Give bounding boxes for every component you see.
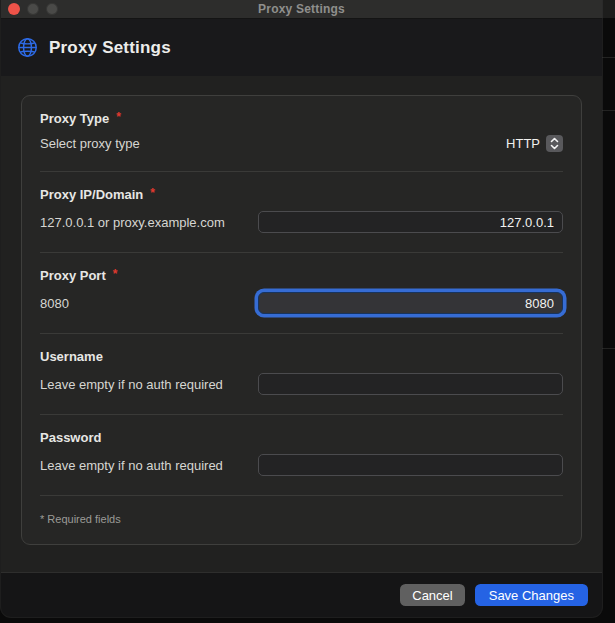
required-note-row: * Required fields [40, 496, 563, 544]
background-line [602, 110, 615, 111]
cancel-button[interactable]: Cancel [400, 584, 464, 606]
proxy-type-select[interactable]: HTTP [506, 135, 563, 152]
background-strip [602, 0, 615, 18]
proxy-settings-window: Proxy Settings Proxy Settings Proxy Type… [1, 0, 602, 617]
dialog-footer: Cancel Save Changes [1, 572, 602, 617]
background-line [602, 57, 615, 58]
dialog-content: Proxy Type * Select proxy type HTTP [1, 76, 602, 572]
field-hint: Leave empty if no auth required [40, 458, 223, 473]
field-proxy-type: Proxy Type * Select proxy type HTTP [40, 96, 563, 171]
field-proxy-ip: Proxy IP/Domain * 127.0.0.1 or proxy.exa… [40, 172, 563, 252]
required-note: * Required fields [40, 513, 121, 525]
close-window-button[interactable] [8, 3, 20, 15]
field-hint: Select proxy type [40, 136, 140, 151]
form-card: Proxy Type * Select proxy type HTTP [21, 95, 582, 545]
background-line [602, 348, 615, 349]
field-username: Username Leave empty if no auth required [40, 334, 563, 414]
field-label: Proxy IP/Domain [40, 187, 143, 202]
proxy-ip-input[interactable] [258, 211, 563, 233]
field-hint: 8080 [40, 296, 69, 311]
zoom-window-button[interactable] [46, 3, 58, 15]
titlebar-title: Proxy Settings [258, 2, 345, 16]
field-label: Proxy Type [40, 111, 109, 126]
field-label: Password [40, 430, 101, 445]
required-asterisk: * [150, 188, 155, 198]
password-input[interactable] [258, 454, 563, 476]
globe-icon [17, 37, 38, 58]
minimize-window-button[interactable] [27, 3, 39, 15]
field-proxy-port: Proxy Port * 8080 [40, 253, 563, 333]
field-password: Password Leave empty if no auth required [40, 415, 563, 495]
required-asterisk: * [116, 112, 121, 122]
titlebar: Proxy Settings [1, 0, 602, 19]
dialog-title: Proxy Settings [49, 38, 171, 58]
required-asterisk: * [113, 269, 118, 279]
proxy-port-input[interactable] [258, 292, 563, 314]
field-hint: 127.0.0.1 or proxy.example.com [40, 215, 225, 230]
save-changes-button[interactable]: Save Changes [475, 584, 588, 606]
dialog-header: Proxy Settings [1, 19, 602, 76]
field-hint: Leave empty if no auth required [40, 377, 223, 392]
username-input[interactable] [258, 373, 563, 395]
traffic-lights [8, 0, 58, 18]
field-label: Proxy Port [40, 268, 106, 283]
proxy-type-selected-value: HTTP [506, 136, 540, 151]
field-label: Username [40, 349, 103, 364]
select-stepper-icon [546, 135, 563, 152]
